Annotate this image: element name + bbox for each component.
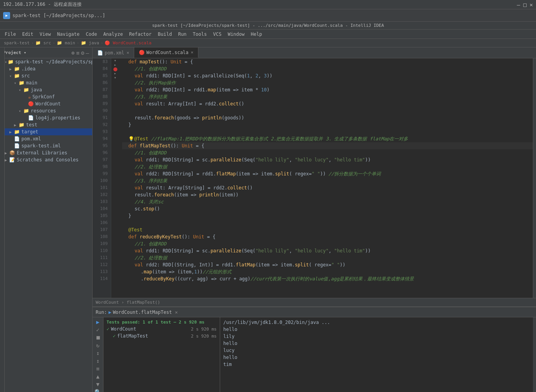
code-content[interactable]: def mapTest(): Unit = { //1. 创建RDD val r… — [119, 58, 533, 298]
run-tree-flatmaptest[interactable]: ✓ flatMapTest 2 s 920 ms — [105, 332, 218, 340]
line-numbers: 83 84 85 86 87 88 89 90 91 92 93 94 95 9… — [93, 58, 111, 298]
iml-file-icon: 📄 — [14, 143, 20, 149]
run-tab-close[interactable]: ✕ — [175, 310, 178, 315]
breadcrumb-project[interactable]: spark-test — [4, 40, 30, 46]
tree-item-main[interactable]: ▾ 📁 main — [0, 79, 92, 86]
run-sort-btn[interactable]: ↕ — [94, 350, 102, 356]
title-bar: 192.168.177.166 - 远程桌面连接 — □ ✕ — [0, 0, 536, 9]
run-up-btn[interactable]: ▲ — [94, 373, 102, 380]
menu-view[interactable]: View — [37, 31, 54, 38]
tree-item-resources[interactable]: ▾ 📁 resources — [0, 107, 92, 114]
run-tree-wordcount[interactable]: ✓ WordCount 2 s 920 ms — [105, 326, 218, 332]
code-line-85: val rdd1: RDD[Int] = sc.parallelize(Seq(… — [122, 72, 533, 79]
code-line-92: } — [122, 121, 533, 128]
breakpoint-95[interactable]: ⬤ — [113, 67, 117, 71]
run-sort2-btn[interactable]: ↕ — [94, 358, 102, 364]
tree-item-log4j[interactable]: ▶ 📄 log4j.properties — [0, 114, 92, 121]
menu-analyze[interactable]: Analyze — [100, 31, 126, 38]
tree-label: .idea — [21, 66, 35, 72]
menu-refactor[interactable]: Refactor — [126, 31, 155, 38]
folder-icon: 📁 — [19, 122, 25, 128]
breadcrumb-main[interactable]: 📁 main — [57, 40, 75, 46]
fold-108[interactable]: ▾ — [114, 75, 116, 80]
java-folder-icon: 📁 — [23, 87, 29, 93]
tree-item-test[interactable]: ▶ 📁 test — [0, 121, 92, 128]
menu-window[interactable]: Window — [224, 31, 247, 38]
run-rerun-btn[interactable]: ↻ — [94, 342, 102, 348]
breadcrumb-file[interactable]: 🔴 WordCount.scala — [105, 40, 151, 46]
tree-label: src — [21, 73, 30, 79]
run-down-btn[interactable]: ▼ — [94, 381, 102, 387]
code-line-105: } — [122, 212, 533, 219]
menu-tools[interactable]: Tools — [190, 31, 210, 38]
run-status: Tests passed: 1 of 1 test – 2 s 920 ms — [105, 319, 218, 326]
tree-label: spark-test ~/IdeaProjects/spark-test — [15, 59, 92, 65]
menu-vcs[interactable]: VCS — [210, 31, 225, 38]
tree-item-wordcount[interactable]: ▶ 🔴 WordCount — [0, 100, 92, 107]
tab-wordcount[interactable]: 🔴 WordCount.scala ✕ — [134, 47, 198, 58]
run-content: ▶ ✓ ⏹ ↻ ↕ ↕ ≡ ▲ ▼ 🔍 ↗ ⚙ Tests pas — [93, 317, 536, 392]
editor-tabs: 📄 pom.xml ✕ 🔴 WordCount.scala ✕ — [93, 47, 536, 58]
tree-item-target[interactable]: ▶ 📁 target — [0, 128, 92, 135]
tree-item-iml[interactable]: ▶ 📄 spark-test.iml — [0, 142, 92, 149]
breadcrumb-java[interactable]: 📁 java — [81, 40, 99, 46]
code-line-109: //1. 创建RDD — [122, 240, 533, 247]
close-button[interactable]: ✕ — [530, 2, 533, 8]
sidebar-locate-btn[interactable]: ⊕ — [71, 50, 74, 56]
run-stop-btn[interactable]: ⏹ — [94, 334, 102, 341]
tab-wordcount-close[interactable]: ✕ — [191, 50, 194, 55]
title-bar-text: 192.168.177.166 - 远程桌面连接 — [3, 1, 82, 8]
run-test-tree: Tests passed: 1 of 1 test – 2 s 920 ms ✓… — [103, 317, 220, 392]
editor-right-strip — [533, 58, 536, 298]
tab-pomxml-close[interactable]: ✕ — [127, 50, 130, 55]
maximize-button[interactable]: □ — [523, 2, 526, 8]
props-file-icon: 📄 — [28, 115, 34, 121]
code-line-112: val rdd2: RDD[(String, Int)] = rdd1.flat… — [122, 261, 533, 268]
tree-item-external-libs[interactable]: ▶ 📦 External Libraries — [0, 149, 92, 156]
menu-file[interactable]: File — [2, 31, 19, 38]
run-tab[interactable]: Run: ▶ WordCount.flatMapTest ✕ — [96, 310, 178, 315]
run-check-btn[interactable]: ✓ — [94, 327, 102, 333]
run-search-btn[interactable]: 🔍 — [94, 389, 102, 392]
fold-83[interactable]: ▾ — [114, 58, 116, 63]
run-panel-header: Run: ▶ WordCount.flatMapTest ✕ — [93, 307, 536, 317]
run-output-line-2: lily — [223, 333, 530, 340]
folder-icon: 📁 — [19, 80, 25, 86]
run-toolbar: ▶ ✓ ⏹ ↻ ↕ ↕ ≡ ▲ ▼ 🔍 ↗ ⚙ — [93, 317, 103, 392]
code-line-91: result.foreach(goods => println(goods)) — [122, 114, 533, 121]
menu-run[interactable]: Run — [175, 31, 190, 38]
sidebar-collapse-btn[interactable]: ≡ — [76, 50, 79, 56]
menu-help[interactable]: Help — [248, 31, 265, 38]
scala-tab-icon: 🔴 — [139, 50, 145, 55]
tab-pomxml[interactable]: 📄 pom.xml ✕ — [93, 47, 134, 58]
menu-edit[interactable]: Edit — [19, 31, 37, 38]
code-line-107: @Test — [122, 226, 533, 233]
sidebar-close-btn[interactable]: — — [86, 50, 89, 56]
menu-build[interactable]: Build — [155, 31, 175, 38]
tree-item-sprkconf[interactable]: ▶ ☕ SprkConf — [0, 93, 92, 100]
title-bar-controls: — □ ✕ — [517, 2, 533, 8]
run-output: /usr/lib/jvm/jdk1.8.0_202/bin/java ... h… — [220, 317, 533, 392]
scala-file-icon: 🔴 — [28, 101, 34, 107]
menu-code[interactable]: Code — [83, 31, 100, 38]
tree-item-java[interactable]: ▾ 📁 java — [0, 86, 92, 93]
breadcrumb-src[interactable]: 📁 src — [35, 40, 51, 46]
tree-item-idea[interactable]: ▶ 📁 .idea — [0, 65, 92, 72]
run-results: Tests passed: 1 of 1 test – 2 s 920 ms ✓… — [103, 317, 536, 392]
tree-item-pomxml[interactable]: ▶ 📄 pom.xml — [0, 135, 92, 142]
tree-item-src[interactable]: ▾ 📁 src — [0, 72, 92, 79]
run-play-btn[interactable]: ▶ — [94, 319, 102, 325]
fold-105[interactable]: ▸ — [114, 71, 116, 75]
tree-label: test — [26, 122, 37, 128]
code-line-84: //1. 创建RDD — [122, 65, 533, 72]
tree-item-scratches[interactable]: ▶ 📝 Scratches and Consoles — [0, 156, 92, 163]
tree-label: External Libraries — [17, 150, 67, 156]
minimize-button[interactable]: — — [517, 2, 520, 8]
code-line-90 — [122, 107, 533, 114]
code-line-97: val rdd1: RDD[String] = sc.parallelize(S… — [122, 156, 533, 163]
fold-92[interactable]: ▸ — [114, 63, 116, 67]
tree-item-spark-test[interactable]: ▾ 📁 spark-test ~/IdeaProjects/spark-test — [0, 58, 92, 65]
sidebar-settings-btn[interactable]: ⚙ — [81, 50, 84, 56]
menu-navigate[interactable]: Navigate — [54, 31, 83, 38]
run-all-btn[interactable]: ≡ — [94, 366, 102, 372]
